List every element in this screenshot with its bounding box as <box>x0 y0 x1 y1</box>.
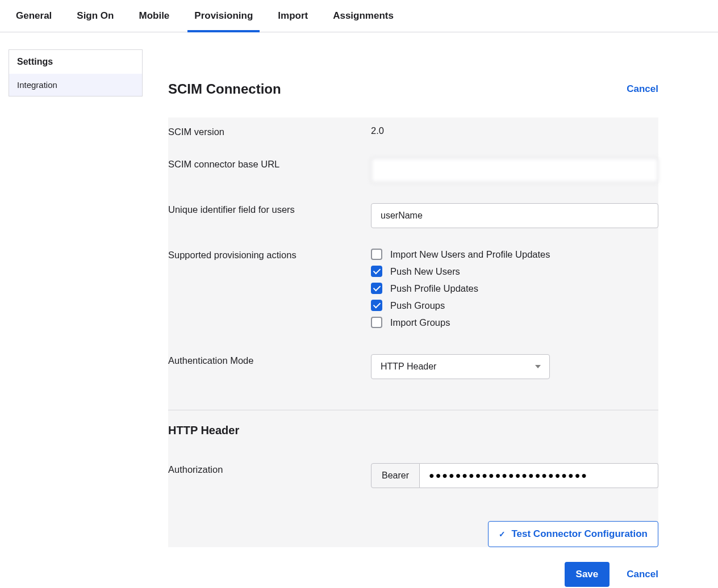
checkbox-push-groups[interactable] <box>371 300 382 311</box>
save-button[interactable]: Save <box>565 562 610 587</box>
tab-assignments[interactable]: Assignments <box>333 0 394 32</box>
checkbox-import-users[interactable] <box>371 249 382 260</box>
checkbox-import-groups-label: Import Groups <box>390 317 450 328</box>
auth-mode-label: Authentication Mode <box>168 354 371 379</box>
auth-mode-value: HTTP Header <box>381 362 436 372</box>
base-url-label: SCIM connector base URL <box>168 158 371 183</box>
actions-label: Supported provisioning actions <box>168 249 371 334</box>
bearer-prefix: Bearer <box>371 463 420 488</box>
authorization-label: Authorization <box>168 463 371 488</box>
chevron-down-icon <box>535 365 541 368</box>
sidebar-item-integration[interactable]: Integration <box>9 74 142 96</box>
http-header-title: HTTP Header <box>168 424 658 437</box>
checkbox-push-new-users[interactable] <box>371 266 382 277</box>
checkbox-import-groups[interactable] <box>371 317 382 328</box>
checkbox-push-groups-label: Push Groups <box>390 300 445 311</box>
cancel-link-top[interactable]: Cancel <box>627 83 658 95</box>
bearer-token-input[interactable] <box>420 463 658 488</box>
unique-id-label: Unique identifier field for users <box>168 203 371 228</box>
checkbox-push-new-users-label: Push New Users <box>390 266 460 277</box>
checkbox-import-users-label: Import New Users and Profile Updates <box>390 249 550 260</box>
tab-import[interactable]: Import <box>278 0 308 32</box>
test-connector-button[interactable]: ✓ Test Connector Configuration <box>488 521 658 547</box>
tab-sign-on[interactable]: Sign On <box>77 0 114 32</box>
tab-general[interactable]: General <box>16 0 52 32</box>
section-title: SCIM Connection <box>168 81 281 97</box>
scim-version-label: SCIM version <box>168 125 371 137</box>
check-icon: ✓ <box>499 530 506 539</box>
test-connector-label: Test Connector Configuration <box>511 528 648 540</box>
cancel-link-bottom[interactable]: Cancel <box>627 569 658 580</box>
sidebar-heading: Settings <box>9 50 142 74</box>
auth-mode-select[interactable]: HTTP Header <box>371 354 550 379</box>
unique-id-input[interactable] <box>371 203 658 228</box>
base-url-input[interactable] <box>371 158 658 183</box>
checkbox-push-profile-updates-label: Push Profile Updates <box>390 283 478 294</box>
checkbox-push-profile-updates[interactable] <box>371 283 382 294</box>
tab-bar: General Sign On Mobile Provisioning Impo… <box>0 0 718 32</box>
sidebar: Settings Integration <box>9 49 143 96</box>
tab-mobile[interactable]: Mobile <box>139 0 169 32</box>
scim-version-value: 2.0 <box>371 125 658 137</box>
tab-provisioning[interactable]: Provisioning <box>194 0 253 32</box>
